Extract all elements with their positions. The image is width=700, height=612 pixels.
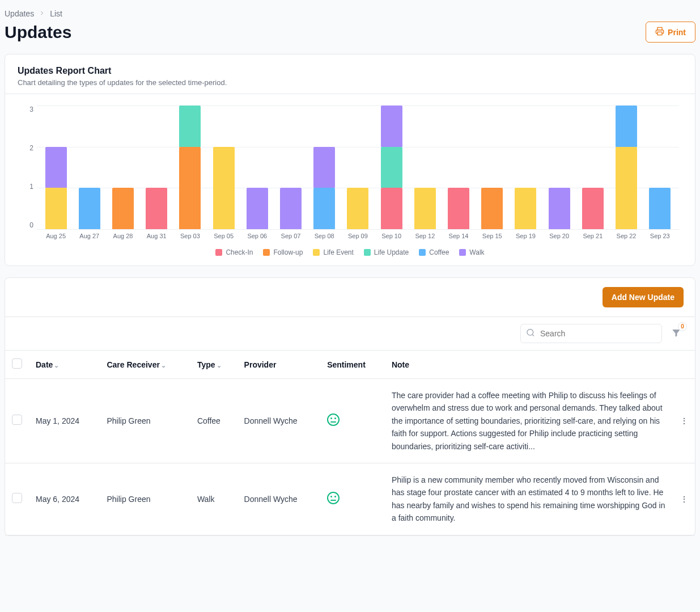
bar-segment [146,188,167,229]
bar-column [576,105,609,229]
x-tick: Sep 20 [542,233,576,242]
bar-column [173,105,207,229]
search-icon [526,328,535,339]
bar-segment [448,188,469,229]
x-tick: Sep 12 [408,233,442,242]
chevron-down-icon: ⌄ [161,362,166,369]
x-tick: Aug 31 [140,233,173,242]
x-tick: Sep 10 [375,233,408,242]
add-new-update-button[interactable]: Add New Update [603,287,684,307]
bar-column [39,105,73,229]
bar-column [207,105,240,229]
bar-column [442,105,475,229]
row-menu-button[interactable]: ⋮ [673,379,695,463]
x-tick: Aug 25 [39,233,73,242]
bar-segment [649,188,671,229]
bar-segment [179,147,201,229]
row-menu-button[interactable]: ⋮ [673,463,695,535]
page-title: Updates [5,23,71,42]
x-tick: Aug 28 [106,233,139,242]
bar-segment [45,147,67,188]
col-date[interactable]: Date⌄ [29,351,100,379]
bar-column [609,105,643,229]
bar-column [240,105,274,229]
print-label: Print [668,28,686,37]
bar-segment [515,188,536,229]
legend-label: Life Event [323,248,353,256]
printer-icon [655,27,664,37]
row-checkbox[interactable] [12,415,22,425]
col-note[interactable]: Note [385,351,673,379]
table-row: May 1, 2024Philip GreenCoffeeDonnell Wyc… [5,379,695,463]
legend-label: Follow-up [273,248,303,256]
print-button[interactable]: Print [646,22,695,43]
bar-segment [45,188,67,229]
bar-column [476,105,509,229]
col-provider[interactable]: Provider [237,351,321,379]
x-tick: Sep 19 [509,233,542,242]
legend-item[interactable]: Life Update [364,248,409,256]
x-tick: Sep 06 [240,233,274,242]
cell-receiver: Philip Green [100,379,190,463]
updates-table: Date⌄ Care Receiver⌄ Type⌄ Provider Sent… [5,350,695,535]
cell-note: The care provider had a coffee meeting w… [385,379,673,463]
bar-segment [313,188,335,229]
x-tick: Aug 27 [73,233,106,242]
bar-segment [347,188,368,229]
legend-item[interactable]: Check-In [215,248,253,256]
legend-swatch [419,249,426,256]
legend-swatch [263,249,270,256]
bar-column [274,105,307,229]
cell-date: May 6, 2024 [29,463,100,535]
table-row: May 6, 2024Philip GreenWalkDonnell Wyche… [5,463,695,535]
chevron-down-icon: ⌄ [217,362,222,369]
bar-segment [213,147,235,229]
bar-segment [582,188,604,229]
col-type[interactable]: Type⌄ [190,351,237,379]
filter-icon [671,331,681,340]
chart-subtitle: Chart detailing the types of updates for… [18,78,682,87]
col-care-receiver[interactable]: Care Receiver⌄ [100,351,190,379]
legend-item[interactable]: Life Event [313,248,353,256]
legend-item[interactable]: Coffee [419,248,449,256]
bar-segment [112,188,134,229]
y-tick: 2 [21,144,33,152]
table-card: Add New Update 0 [5,277,695,536]
filter-count-badge: 0 [678,322,687,331]
search-input[interactable] [520,324,662,343]
chart-legend: Check-InFollow-upLife EventLife UpdateCo… [21,248,679,256]
bar-segment [616,147,637,229]
x-tick: Sep 21 [576,233,609,242]
bar-column [341,105,375,229]
bar-segment [381,105,402,147]
x-tick: Sep 15 [476,233,509,242]
bar-segment [616,105,637,147]
x-tick: Sep 23 [643,233,677,242]
x-tick: Sep 03 [173,233,207,242]
legend-swatch [364,249,371,256]
bar-segment [481,188,503,229]
legend-label: Check-In [226,248,253,256]
x-tick: Sep 07 [274,233,307,242]
bar-column [308,105,341,229]
cell-provider: Donnell Wyche [237,463,321,535]
legend-item[interactable]: Follow-up [263,248,303,256]
bar-column [73,105,106,229]
breadcrumb-leaf: List [50,9,62,18]
col-sentiment[interactable]: Sentiment [320,351,385,379]
bar-column [106,105,139,229]
y-tick: 0 [21,221,33,229]
select-all-checkbox[interactable] [12,358,22,369]
legend-label: Life Update [374,248,409,256]
svg-point-1 [527,330,533,336]
cell-type: Walk [190,463,237,535]
row-checkbox[interactable] [12,493,22,503]
bar-segment [414,188,436,229]
breadcrumb-root[interactable]: Updates [5,9,34,18]
cell-provider: Donnell Wyche [237,379,321,463]
legend-item[interactable]: Walk [459,248,484,256]
legend-swatch [215,249,222,256]
smile-icon [327,492,340,504]
y-tick: 1 [21,183,33,191]
legend-label: Coffee [429,248,449,256]
